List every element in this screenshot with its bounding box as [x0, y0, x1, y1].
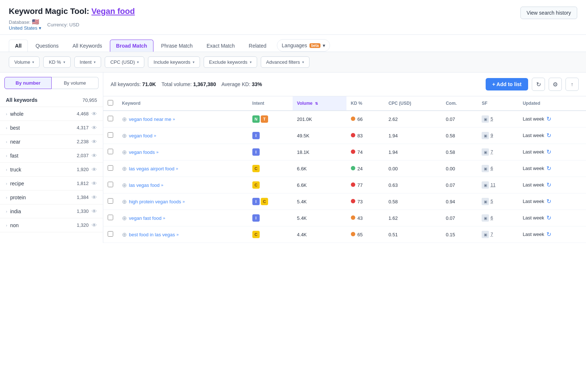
filter-intent[interactable]: Intent ▾ [74, 56, 101, 68]
tab-phrase-match[interactable]: Phrase Match [155, 40, 199, 52]
add-keyword-icon[interactable]: ⊕ [122, 231, 127, 238]
settings-button[interactable]: ⚙ [549, 78, 562, 91]
row-checkbox[interactable] [108, 215, 113, 220]
add-keyword-icon[interactable]: ⊕ [122, 132, 127, 139]
sf-number[interactable]: 7 [490, 149, 493, 155]
keyword-link[interactable]: las vegas airport food » [129, 166, 178, 171]
chevron-down-icon: ▾ [250, 60, 252, 64]
sort-toggle: By number By volume [4, 77, 99, 89]
eye-icon[interactable]: 👁 [92, 208, 97, 214]
row-refresh-icon[interactable]: ↻ [546, 231, 551, 238]
intent-badge: C [252, 165, 260, 172]
sidebar-item-recipe[interactable]: › recipe 1,812 👁 [0, 177, 103, 191]
filter-exclude-keywords[interactable]: Exclude keywords ▾ [204, 56, 257, 68]
sf-icon: ▣ [482, 198, 489, 205]
tab-questions[interactable]: Questions [29, 40, 65, 52]
filter-advanced[interactable]: Advanced filters ▾ [261, 56, 310, 68]
eye-icon[interactable]: 👁 [92, 166, 97, 173]
row-refresh-icon[interactable]: ↻ [546, 115, 551, 122]
tab-exact-match[interactable]: Exact Match [200, 40, 241, 52]
sidebar-item-india[interactable]: › india 1,330 👁 [0, 204, 103, 218]
keyword-arrows: » [177, 232, 179, 237]
col-com[interactable]: Com. [441, 96, 477, 111]
filter-cpc[interactable]: CPC (USD) ▾ [105, 56, 144, 68]
tab-broad-match[interactable]: Broad Match [110, 40, 153, 52]
sidebar-item-best[interactable]: › best 4,317 👁 [0, 121, 103, 135]
filter-volume[interactable]: Volume ▾ [9, 56, 40, 68]
export-button[interactable]: ↑ [565, 78, 579, 91]
sf-number[interactable]: 6 [490, 215, 493, 221]
row-refresh-icon[interactable]: ↻ [546, 148, 551, 155]
sidebar-item-whole[interactable]: › whole 4,468 👁 [0, 107, 103, 121]
eye-icon[interactable]: 👁 [92, 152, 97, 159]
keyword-arrows: » [161, 183, 163, 187]
eye-icon[interactable]: 👁 [92, 194, 97, 200]
row-refresh-icon[interactable]: ↻ [546, 198, 551, 205]
keyword-link[interactable]: high protein vegan foods » [129, 199, 185, 204]
row-checkbox[interactable] [108, 132, 113, 138]
volume-cell: 5.4K [293, 193, 346, 210]
eye-icon[interactable]: 👁 [92, 125, 97, 131]
add-keyword-icon[interactable]: ⊕ [122, 116, 127, 123]
add-keyword-icon[interactable]: ⊕ [122, 149, 127, 156]
intent-cell: IC [248, 193, 293, 210]
tab-all[interactable]: All [9, 40, 28, 52]
filter-kd[interactable]: KD % ▾ [43, 56, 70, 68]
toggle-by-volume[interactable]: By volume [52, 77, 99, 89]
toggle-by-number[interactable]: By number [4, 77, 52, 89]
add-keyword-icon[interactable]: ⊕ [122, 165, 127, 172]
row-checkbox[interactable] [108, 165, 113, 171]
sidebar-item-protein[interactable]: › protein 1,384 👁 [0, 191, 103, 204]
row-checkbox[interactable] [108, 198, 113, 204]
sf-number[interactable]: 11 [490, 182, 495, 188]
eye-icon[interactable]: 👁 [92, 138, 97, 145]
keyword-link[interactable]: vegan fast food » [129, 215, 165, 221]
col-cpc[interactable]: CPC (USD) [384, 96, 442, 111]
keyword-link[interactable]: vegan food near me » [129, 117, 175, 122]
sf-number[interactable]: 5 [490, 117, 493, 122]
col-volume[interactable]: Volume ⇅ [293, 96, 346, 111]
select-all-header[interactable] [103, 96, 118, 111]
filter-include-keywords[interactable]: Include keywords ▾ [148, 56, 200, 68]
tab-related[interactable]: Related [242, 40, 272, 52]
sidebar-item-fast[interactable]: › fast 2,037 👁 [0, 149, 103, 163]
col-kd[interactable]: KD % [346, 96, 384, 111]
sf-number[interactable]: 7 [490, 232, 493, 237]
kd-cell: 43 [346, 210, 384, 226]
cpc-cell: 0.51 [384, 226, 442, 243]
row-checkbox[interactable] [108, 116, 113, 121]
keyword-link[interactable]: vegan foods » [129, 149, 159, 155]
sidebar-item-non[interactable]: › non 1,320 👁 [0, 218, 103, 232]
row-refresh-icon[interactable]: ↻ [546, 165, 551, 172]
eye-icon[interactable]: 👁 [92, 111, 97, 117]
sidebar-item-near[interactable]: › near 2,238 👁 [0, 135, 103, 149]
view-history-button[interactable]: View search history [520, 7, 577, 19]
eye-icon[interactable]: 👁 [92, 180, 97, 186]
add-to-list-button[interactable]: + Add to list [486, 78, 528, 90]
tab-all-keywords[interactable]: All Keywords [66, 40, 108, 52]
row-checkbox[interactable] [108, 149, 113, 154]
refresh-button[interactable]: ↻ [532, 78, 545, 91]
keyword-link[interactable]: vegan food » [129, 133, 156, 138]
sf-number[interactable]: 5 [490, 199, 493, 204]
row-checkbox[interactable] [108, 182, 113, 187]
table-row: ⊕vegan foods »I18.1K741.940.58▣7Last wee… [103, 144, 586, 160]
row-refresh-icon[interactable]: ↻ [546, 181, 551, 188]
keyword-link[interactable]: best food in las vegas » [129, 232, 179, 237]
eye-icon[interactable]: 👁 [92, 222, 97, 228]
add-keyword-icon[interactable]: ⊕ [122, 198, 127, 205]
tab-languages[interactable]: Languages beta ▾ [277, 39, 330, 52]
sidebar-item-all-keywords[interactable]: All keywords 70,955 [0, 93, 103, 107]
row-refresh-icon[interactable]: ↻ [546, 214, 551, 221]
sf-number[interactable]: 6 [490, 166, 493, 171]
select-all-checkbox[interactable] [108, 100, 113, 106]
add-keyword-icon[interactable]: ⊕ [122, 215, 127, 222]
db-country-selector[interactable]: United States ▾ [9, 25, 41, 31]
col-sf[interactable]: SF [477, 96, 518, 111]
add-keyword-icon[interactable]: ⊕ [122, 182, 127, 189]
row-checkbox[interactable] [108, 231, 113, 237]
row-refresh-icon[interactable]: ↻ [546, 132, 551, 139]
keyword-link[interactable]: las vegas food » [129, 182, 163, 188]
sidebar-item-truck[interactable]: › truck 1,920 👁 [0, 163, 103, 177]
sf-number[interactable]: 9 [490, 133, 493, 138]
